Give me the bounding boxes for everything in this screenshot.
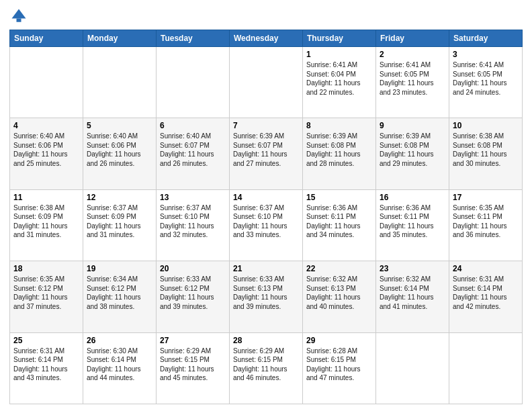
day-info: Sunrise: 6:34 AM Sunset: 6:12 PM Dayligh… bbox=[87, 275, 152, 311]
calendar-cell: 13Sunrise: 6:37 AM Sunset: 6:10 PM Dayli… bbox=[157, 189, 230, 261]
day-info: Sunrise: 6:40 AM Sunset: 6:07 PM Dayligh… bbox=[160, 132, 226, 168]
day-number: 27 bbox=[160, 336, 226, 345]
calendar-cell: 17Sunrise: 6:35 AM Sunset: 6:11 PM Dayli… bbox=[449, 189, 523, 261]
calendar-week-1: 1Sunrise: 6:41 AM Sunset: 6:04 PM Daylig… bbox=[10, 47, 523, 118]
day-info: Sunrise: 6:40 AM Sunset: 6:06 PM Dayligh… bbox=[13, 132, 79, 168]
calendar-cell: 1Sunrise: 6:41 AM Sunset: 6:04 PM Daylig… bbox=[303, 47, 376, 118]
calendar-body: 1Sunrise: 6:41 AM Sunset: 6:04 PM Daylig… bbox=[10, 47, 523, 404]
day-number: 1 bbox=[306, 50, 372, 59]
day-number: 19 bbox=[87, 264, 152, 273]
calendar-cell: 14Sunrise: 6:37 AM Sunset: 6:10 PM Dayli… bbox=[230, 189, 303, 261]
col-saturday: Saturday bbox=[449, 30, 523, 47]
calendar-week-2: 4Sunrise: 6:40 AM Sunset: 6:06 PM Daylig… bbox=[10, 118, 523, 189]
day-number: 7 bbox=[233, 121, 299, 130]
calendar-cell bbox=[449, 332, 523, 404]
day-info: Sunrise: 6:39 AM Sunset: 6:08 PM Dayligh… bbox=[306, 132, 372, 168]
day-info: Sunrise: 6:28 AM Sunset: 6:15 PM Dayligh… bbox=[306, 347, 372, 383]
svg-rect-1 bbox=[17, 19, 21, 22]
day-number: 20 bbox=[160, 264, 226, 273]
day-number: 5 bbox=[87, 121, 152, 130]
calendar-cell: 21Sunrise: 6:33 AM Sunset: 6:13 PM Dayli… bbox=[230, 261, 303, 332]
col-tuesday: Tuesday bbox=[157, 30, 230, 47]
calendar-cell: 29Sunrise: 6:28 AM Sunset: 6:15 PM Dayli… bbox=[303, 332, 376, 404]
day-info: Sunrise: 6:37 AM Sunset: 6:10 PM Dayligh… bbox=[160, 203, 226, 240]
day-info: Sunrise: 6:29 AM Sunset: 6:15 PM Dayligh… bbox=[160, 347, 226, 383]
day-number: 26 bbox=[87, 336, 152, 345]
calendar-cell: 12Sunrise: 6:37 AM Sunset: 6:09 PM Dayli… bbox=[83, 189, 157, 261]
calendar-cell: 23Sunrise: 6:32 AM Sunset: 6:14 PM Dayli… bbox=[376, 261, 449, 332]
day-info: Sunrise: 6:39 AM Sunset: 6:07 PM Dayligh… bbox=[233, 132, 299, 168]
logo bbox=[9, 7, 31, 26]
day-number: 13 bbox=[160, 193, 226, 202]
calendar-cell bbox=[157, 47, 230, 118]
day-info: Sunrise: 6:36 AM Sunset: 6:11 PM Dayligh… bbox=[306, 203, 372, 240]
day-info: Sunrise: 6:29 AM Sunset: 6:15 PM Dayligh… bbox=[233, 347, 299, 383]
day-info: Sunrise: 6:39 AM Sunset: 6:08 PM Dayligh… bbox=[380, 132, 445, 168]
header-row: Sunday Monday Tuesday Wednesday Thursday… bbox=[10, 30, 523, 47]
header bbox=[9, 7, 523, 26]
calendar-cell: 26Sunrise: 6:30 AM Sunset: 6:14 PM Dayli… bbox=[83, 332, 157, 404]
day-info: Sunrise: 6:30 AM Sunset: 6:14 PM Dayligh… bbox=[87, 347, 152, 383]
calendar-week-3: 11Sunrise: 6:38 AM Sunset: 6:09 PM Dayli… bbox=[10, 189, 523, 261]
calendar-cell: 5Sunrise: 6:40 AM Sunset: 6:06 PM Daylig… bbox=[83, 118, 157, 189]
day-number: 9 bbox=[380, 121, 445, 130]
day-number: 18 bbox=[13, 264, 79, 273]
day-info: Sunrise: 6:37 AM Sunset: 6:10 PM Dayligh… bbox=[233, 203, 299, 240]
calendar-cell: 28Sunrise: 6:29 AM Sunset: 6:15 PM Dayli… bbox=[230, 332, 303, 404]
col-wednesday: Wednesday bbox=[230, 30, 303, 47]
day-number: 11 bbox=[13, 193, 79, 202]
calendar-cell: 24Sunrise: 6:31 AM Sunset: 6:14 PM Dayli… bbox=[449, 261, 523, 332]
calendar-cell: 11Sunrise: 6:38 AM Sunset: 6:09 PM Dayli… bbox=[10, 189, 83, 261]
day-number: 12 bbox=[87, 193, 152, 202]
calendar-cell: 2Sunrise: 6:41 AM Sunset: 6:05 PM Daylig… bbox=[376, 47, 449, 118]
calendar-week-5: 25Sunrise: 6:31 AM Sunset: 6:14 PM Dayli… bbox=[10, 332, 523, 404]
day-number: 24 bbox=[453, 264, 519, 273]
day-number: 23 bbox=[380, 264, 445, 273]
day-info: Sunrise: 6:41 AM Sunset: 6:05 PM Dayligh… bbox=[453, 60, 519, 97]
day-info: Sunrise: 6:32 AM Sunset: 6:13 PM Dayligh… bbox=[306, 275, 372, 311]
day-info: Sunrise: 6:31 AM Sunset: 6:14 PM Dayligh… bbox=[13, 347, 79, 383]
col-friday: Friday bbox=[376, 30, 449, 47]
day-number: 25 bbox=[13, 336, 79, 345]
col-sunday: Sunday bbox=[10, 30, 83, 47]
calendar-header: Sunday Monday Tuesday Wednesday Thursday… bbox=[10, 30, 523, 47]
calendar-cell: 9Sunrise: 6:39 AM Sunset: 6:08 PM Daylig… bbox=[376, 118, 449, 189]
day-info: Sunrise: 6:41 AM Sunset: 6:05 PM Dayligh… bbox=[380, 60, 445, 97]
calendar-cell: 6Sunrise: 6:40 AM Sunset: 6:07 PM Daylig… bbox=[157, 118, 230, 189]
calendar-week-4: 18Sunrise: 6:35 AM Sunset: 6:12 PM Dayli… bbox=[10, 261, 523, 332]
day-number: 4 bbox=[13, 121, 79, 130]
day-number: 29 bbox=[306, 336, 372, 345]
day-info: Sunrise: 6:38 AM Sunset: 6:09 PM Dayligh… bbox=[13, 203, 79, 240]
calendar-cell: 25Sunrise: 6:31 AM Sunset: 6:14 PM Dayli… bbox=[10, 332, 83, 404]
calendar-cell bbox=[230, 47, 303, 118]
day-number: 16 bbox=[380, 193, 445, 202]
day-number: 28 bbox=[233, 336, 299, 345]
day-info: Sunrise: 6:32 AM Sunset: 6:14 PM Dayligh… bbox=[380, 275, 445, 311]
day-info: Sunrise: 6:36 AM Sunset: 6:11 PM Dayligh… bbox=[380, 203, 445, 240]
col-monday: Monday bbox=[83, 30, 157, 47]
calendar-cell: 3Sunrise: 6:41 AM Sunset: 6:05 PM Daylig… bbox=[449, 47, 523, 118]
day-number: 10 bbox=[453, 121, 519, 130]
day-number: 3 bbox=[453, 50, 519, 59]
day-number: 14 bbox=[233, 193, 299, 202]
calendar-cell: 22Sunrise: 6:32 AM Sunset: 6:13 PM Dayli… bbox=[303, 261, 376, 332]
calendar-cell: 8Sunrise: 6:39 AM Sunset: 6:08 PM Daylig… bbox=[303, 118, 376, 189]
day-info: Sunrise: 6:41 AM Sunset: 6:04 PM Dayligh… bbox=[306, 60, 372, 97]
day-info: Sunrise: 6:37 AM Sunset: 6:09 PM Dayligh… bbox=[87, 203, 152, 240]
page: Sunday Monday Tuesday Wednesday Thursday… bbox=[0, 0, 532, 411]
day-info: Sunrise: 6:35 AM Sunset: 6:11 PM Dayligh… bbox=[453, 203, 519, 240]
calendar-cell bbox=[83, 47, 157, 118]
calendar-cell: 18Sunrise: 6:35 AM Sunset: 6:12 PM Dayli… bbox=[10, 261, 83, 332]
calendar-cell: 10Sunrise: 6:38 AM Sunset: 6:08 PM Dayli… bbox=[449, 118, 523, 189]
logo-icon bbox=[9, 7, 28, 26]
calendar-cell bbox=[10, 47, 83, 118]
day-number: 21 bbox=[233, 264, 299, 273]
day-number: 6 bbox=[160, 121, 226, 130]
day-number: 8 bbox=[306, 121, 372, 130]
calendar-cell bbox=[376, 332, 449, 404]
day-info: Sunrise: 6:31 AM Sunset: 6:14 PM Dayligh… bbox=[453, 275, 519, 311]
day-number: 17 bbox=[453, 193, 519, 202]
day-number: 15 bbox=[306, 193, 372, 202]
day-number: 2 bbox=[380, 50, 445, 59]
day-info: Sunrise: 6:40 AM Sunset: 6:06 PM Dayligh… bbox=[87, 132, 152, 168]
